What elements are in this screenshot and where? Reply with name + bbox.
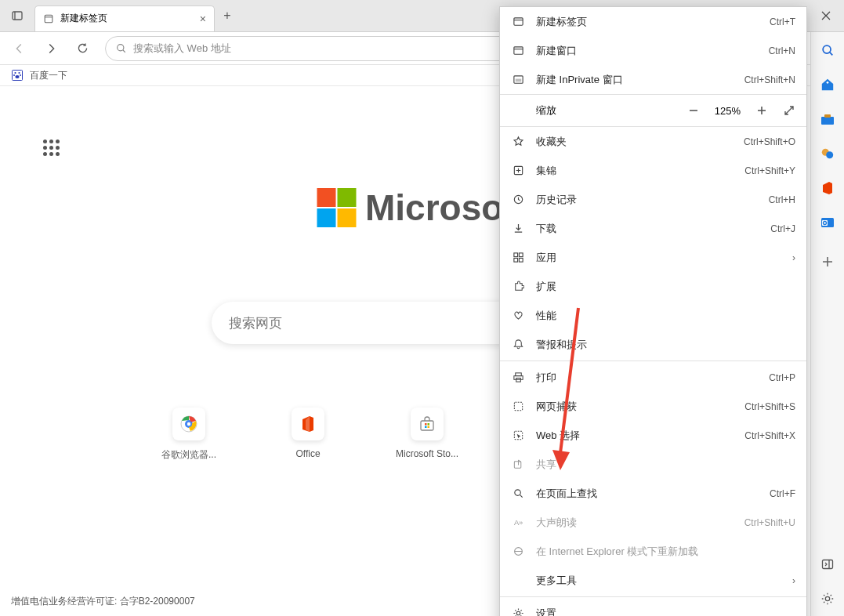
zoom-out-button[interactable] — [688, 105, 699, 116]
side-panel-toggle-icon[interactable] — [820, 556, 835, 572]
footer-text: 增值电信业务经营许可证: 合字B2-20090007 — [11, 587, 195, 616]
zoom-value: 125% — [715, 105, 741, 117]
svg-rect-51 — [513, 258, 517, 262]
svg-rect-23 — [428, 426, 430, 429]
svg-rect-38 — [513, 18, 522, 25]
svg-rect-29 — [824, 114, 831, 118]
store-icon — [411, 408, 444, 440]
fullscreen-button[interactable] — [783, 104, 795, 117]
apps-grid-icon[interactable] — [43, 140, 60, 156]
menu-collections[interactable]: 集锦Ctrl+Shift+Y — [500, 156, 806, 185]
microsoft-logo-icon — [317, 188, 356, 227]
close-tab-icon[interactable]: × — [200, 13, 206, 25]
side-games-icon[interactable] — [820, 146, 835, 161]
svg-line-5 — [123, 50, 125, 53]
menu-alerts[interactable]: 警报和提示 — [500, 330, 806, 359]
side-tools-icon[interactable] — [820, 111, 835, 127]
svg-rect-58 — [514, 462, 520, 468]
svg-rect-43 — [515, 79, 521, 82]
address-placeholder: 搜索或输入 Web 地址 — [133, 42, 231, 56]
menu-web-select[interactable]: Web 选择Ctrl+Shift+X — [500, 421, 806, 450]
svg-point-10 — [14, 72, 16, 74]
svg-rect-53 — [515, 373, 521, 376]
site-item[interactable]: Microsoft Sto... — [393, 408, 461, 462]
chevron-right-icon: › — [792, 252, 795, 263]
bookmark-item[interactable]: 百度一下 — [30, 69, 67, 82]
menu-favorites[interactable]: 收藏夹Ctrl+Shift+O — [500, 127, 806, 156]
svg-point-27 — [827, 82, 829, 84]
side-office-icon[interactable] — [820, 180, 835, 196]
menu-new-window[interactable]: 新建窗口Ctrl+N — [500, 36, 806, 65]
search-icon — [115, 42, 127, 54]
tab-actions-button[interactable] — [0, 0, 34, 31]
refresh-button[interactable] — [67, 35, 97, 62]
heart-pulse-icon — [511, 310, 525, 321]
menu-ie-mode: 在 Internet Explorer 模式下重新加载 — [500, 537, 806, 566]
bell-icon — [511, 339, 525, 350]
menu-new-tab[interactable]: 新建标签页Ctrl+T — [500, 7, 806, 36]
close-window-button[interactable] — [808, 0, 844, 31]
menu-read-aloud: A»大声朗读Ctrl+Shift+U — [500, 508, 806, 537]
logo-area: Microsoft — [317, 187, 527, 229]
menu-new-inprivate[interactable]: 新建 InPrivate 窗口Ctrl+Shift+N — [500, 65, 806, 94]
svg-rect-20 — [425, 423, 427, 426]
menu-share: 共享 — [500, 450, 806, 479]
svg-point-63 — [516, 611, 520, 615]
svg-line-60 — [520, 495, 522, 497]
svg-rect-21 — [428, 423, 430, 426]
tab-icon — [511, 16, 525, 27]
read-aloud-icon: A» — [511, 516, 525, 528]
menu-settings[interactable]: 设置 — [500, 599, 806, 616]
page-icon — [43, 13, 54, 24]
office-icon — [292, 408, 324, 440]
print-icon — [511, 371, 525, 383]
ie-icon — [511, 545, 525, 557]
svg-point-13 — [20, 74, 21, 76]
side-panel — [810, 32, 844, 616]
site-item[interactable]: Office — [274, 408, 342, 462]
puzzle-icon — [511, 281, 525, 292]
side-add-icon[interactable] — [820, 254, 835, 270]
menu-find[interactable]: 在页面上查找Ctrl+F — [500, 479, 806, 508]
site-label: 谷歌浏览器... — [161, 448, 216, 462]
side-shopping-icon[interactable] — [820, 77, 835, 92]
new-tab-button[interactable]: + — [215, 9, 240, 23]
site-item[interactable]: 谷歌浏览器... — [155, 408, 223, 462]
collections-icon — [511, 165, 525, 176]
menu-zoom: 缩放 125% — [500, 94, 806, 127]
svg-point-59 — [514, 490, 520, 496]
side-settings-icon[interactable] — [820, 591, 835, 607]
forward-button[interactable] — [36, 35, 66, 62]
menu-downloads[interactable]: 下载Ctrl+J — [500, 214, 806, 243]
tab-title: 新建标签页 — [60, 12, 107, 25]
browser-tab[interactable]: 新建标签页 × — [34, 5, 215, 31]
menu-apps[interactable]: 应用› — [500, 243, 806, 272]
svg-rect-49 — [513, 253, 517, 257]
menu-history[interactable]: 历史记录Ctrl+H — [500, 185, 806, 214]
svg-rect-40 — [513, 47, 522, 54]
menu-extensions[interactable]: 扩展 — [500, 272, 806, 301]
svg-point-4 — [118, 45, 124, 51]
svg-point-12 — [13, 74, 15, 76]
menu-more-tools[interactable]: 更多工具› — [500, 566, 806, 595]
download-icon — [511, 223, 525, 234]
svg-point-37 — [825, 596, 829, 600]
site-label: Microsoft Sto... — [396, 448, 458, 459]
capture-icon — [511, 400, 525, 412]
menu-print[interactable]: 打印Ctrl+P — [500, 363, 806, 392]
menu-performance[interactable]: 性能 — [500, 301, 806, 330]
window-controls — [808, 0, 844, 31]
share-icon — [511, 458, 525, 470]
side-search-icon[interactable] — [820, 42, 835, 58]
history-icon — [511, 194, 525, 205]
zoom-in-button[interactable] — [756, 105, 767, 116]
svg-rect-19 — [421, 421, 433, 430]
svg-rect-2 — [45, 15, 53, 23]
back-button[interactable] — [5, 35, 34, 62]
select-icon — [511, 429, 525, 441]
svg-line-26 — [830, 53, 833, 56]
menu-web-capture[interactable]: 网页捕获Ctrl+Shift+S — [500, 392, 806, 421]
site-label: Office — [295, 448, 320, 459]
svg-rect-52 — [519, 258, 523, 262]
side-outlook-icon[interactable] — [820, 215, 835, 230]
